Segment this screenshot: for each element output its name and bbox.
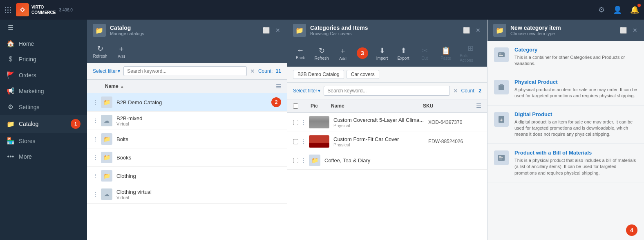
catalog-search-clear[interactable]: ✕ (250, 68, 255, 74)
sidebar-item-more[interactable]: ••• More (0, 149, 87, 164)
categories-item-coffee[interactable]: ⋮ 📁 Coffee, Tea & Diary (287, 151, 487, 170)
app-grid-icon[interactable] (5, 7, 11, 13)
catalog-refresh-btn[interactable]: ↻ Refresh (93, 44, 107, 58)
new-item-close-btn[interactable]: ✕ (632, 26, 638, 34)
catalog-item-clothing[interactable]: ⋮ 📁 Clothing (87, 167, 287, 185)
categories-bulk-actions-btn[interactable]: ⊞ Bulk Actions (460, 44, 481, 63)
categories-maximize-btn[interactable]: ⬜ (462, 26, 471, 34)
drag-handle-icon: ⋮ (93, 173, 98, 179)
filter-chevron-icon: ▾ (118, 68, 120, 74)
breadcrumb-car-covers[interactable]: Car covers (347, 70, 379, 79)
catalog-item-b2bmixed[interactable]: ⋮ ☁ B2B-mixed Virtual (87, 112, 287, 130)
catalog-item-name: Bolts (116, 136, 281, 142)
sidebar-item-home[interactable]: 🏠 Home (0, 36, 87, 52)
notification-icon[interactable]: 🔔 (630, 5, 639, 14)
sort-asc-icon[interactable]: ▲ (120, 84, 124, 89)
new-item-bom-option[interactable]: Product with a Bill of Materials This is… (487, 144, 644, 182)
digital-option-text: Digital Product A digital product is an … (514, 111, 637, 138)
catalog-badge: 1 (71, 119, 80, 129)
catalog-count: Count: 11 (258, 68, 281, 74)
catalog-filter-bar: Select filter ▾ ✕ Count: 11 (87, 63, 287, 80)
sidebar-item-marketing[interactable]: 📢 Marketing (0, 83, 87, 99)
catalog-item-name: B2B-mixed Virtual (116, 115, 281, 126)
sidebar-item-orders[interactable]: 🚩 Orders (0, 67, 87, 83)
categories-import-btn[interactable]: ⬇ Import (375, 46, 389, 61)
sku-column-header: SKU (423, 103, 476, 109)
catalog-item-bolts[interactable]: ⋮ 📁 Bolts (87, 130, 287, 148)
categories-cut-btn[interactable]: ✂ Cut (417, 46, 432, 61)
home-icon: 🏠 (7, 40, 15, 47)
item-checkbox[interactable] (293, 120, 298, 125)
marketing-icon: 📢 (7, 87, 15, 95)
categories-export-btn[interactable]: ⬆ Export (396, 46, 411, 61)
categories-paste-btn[interactable]: 📋 Paste (438, 46, 453, 61)
content-area: 📁 Catalog Manage catalogs ⬜ ✕ ↻ Refresh … (87, 20, 644, 240)
categories-filter-select[interactable]: Select filter ▾ (293, 88, 320, 94)
catalog-item-name: Books (116, 155, 281, 161)
settings-nav-icon: ⚙ (7, 103, 15, 111)
categories-item-formfit[interactable]: ⋮ Custom Form-Fit Car Cover Physical EDW… (287, 132, 487, 151)
list-settings-icon[interactable]: ☰ (276, 83, 281, 90)
more-icon: ••• (7, 153, 15, 160)
step-badge-2: 2 (271, 97, 281, 107)
version-label: 3.406.0 (59, 8, 72, 12)
sidebar-item-pricing[interactable]: $ Pricing (0, 52, 87, 67)
svg-rect-8 (499, 157, 503, 158)
new-item-maximize-btn[interactable]: ⬜ (619, 26, 628, 34)
new-item-physical-option[interactable]: Physical Product A physical product is a… (487, 73, 644, 105)
catalog-close-btn[interactable]: ✕ (275, 26, 281, 34)
catalog-panel: 📁 Catalog Manage catalogs ⬜ ✕ ↻ Refresh … (87, 20, 287, 240)
step-badge-3: 3 (357, 47, 368, 59)
logo-text: VIRTO COMMERCE (31, 4, 56, 15)
catalog-search-input[interactable] (123, 66, 247, 76)
catalog-header-icon: 📁 (93, 24, 106, 37)
catalog-item-clothing-virtual[interactable]: ⋮ ☁ Clothing virtual Virtual (87, 185, 287, 204)
catalog-filter-select[interactable]: Select filter ▾ (93, 68, 120, 74)
sidebar-menu-toggle[interactable]: ☰ (0, 20, 87, 36)
catalog-add-btn[interactable]: ＋ Add (114, 44, 129, 59)
cloud-icon: ☁ (101, 188, 112, 200)
paste-icon: 📋 (441, 46, 450, 55)
filter-chevron-icon: ▾ (318, 88, 320, 94)
categories-panel-header: 📁 Categories and Items Browsing Car cove… (287, 20, 487, 41)
categories-header-icon: 📁 (293, 24, 306, 37)
topbar: VIRTO COMMERCE 3.406.0 ⚙ 👤 🔔 (0, 0, 644, 20)
drag-handle-icon: ⋮ (93, 117, 98, 124)
sidebar-item-catalog[interactable]: 📁 Catalog 1 (0, 115, 87, 133)
stores-icon: 🏪 (7, 137, 15, 145)
breadcrumb-b2bdemo[interactable]: B2B Demo Catalog (293, 70, 344, 79)
name-column-header: Name ▲ (105, 83, 276, 89)
refresh-icon: ↻ (319, 46, 325, 55)
folder-icon: 📁 (101, 170, 112, 182)
catalog-item-name: Clothing (116, 173, 281, 179)
item-checkbox[interactable] (293, 139, 298, 144)
sidebar: ☰ 🏠 Home $ Pricing 🚩 Orders 📢 Marketing … (0, 20, 87, 240)
bulk-icon: ⊞ (467, 44, 474, 53)
categories-search-input[interactable] (324, 86, 449, 96)
categories-close-btn[interactable]: ✕ (475, 26, 481, 34)
categories-header-info: Categories and Items Browsing Car covers (310, 25, 368, 36)
drag-handle-icon: ⋮ (93, 136, 98, 142)
catalog-item-books[interactable]: ⋮ 📁 Books (87, 148, 287, 167)
categories-add-btn[interactable]: ＋ Add (335, 46, 350, 61)
new-item-digital-option[interactable]: Digital Product A digital product is an … (487, 105, 644, 144)
export-icon: ⬆ (400, 46, 407, 55)
categories-back-btn[interactable]: ← Back (293, 46, 308, 60)
catalog-item-name: Clothing virtual Virtual (116, 189, 281, 200)
catalog-item-b2bdemo[interactable]: ⋮ 📁 B2B Demo Catalog 2 (87, 93, 287, 112)
item-checkbox[interactable] (293, 158, 298, 163)
settings-icon[interactable]: ⚙ (598, 5, 605, 14)
physical-option-icon (494, 80, 509, 94)
categories-item-covercraft[interactable]: ⋮ Custom Covercraft 5-Layer All Clima...… (287, 113, 487, 132)
list-settings-icon[interactable]: ☰ (476, 103, 481, 109)
catalog-maximize-btn[interactable]: ⬜ (262, 26, 271, 34)
new-item-category-option[interactable]: Category This is a container for other C… (487, 41, 644, 73)
user-icon[interactable]: 👤 (613, 5, 622, 14)
categories-refresh-btn[interactable]: ↻ Refresh (314, 46, 329, 61)
select-all-checkbox[interactable] (293, 103, 298, 109)
categories-search-clear[interactable]: ✕ (453, 87, 458, 94)
sidebar-item-settings[interactable]: ⚙ Settings (0, 99, 87, 115)
bom-option-icon (494, 150, 509, 165)
sidebar-item-stores[interactable]: 🏪 Stores (0, 133, 87, 149)
new-item-header: 📁 New category item Choose new item type… (487, 20, 644, 41)
